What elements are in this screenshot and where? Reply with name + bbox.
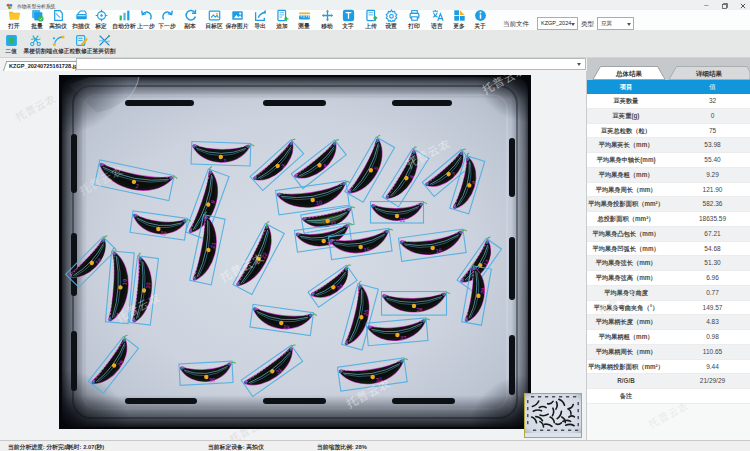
svg-text:10: 10	[315, 199, 322, 206]
svg-text:20: 20	[145, 282, 152, 289]
svg-text:13: 13	[160, 230, 167, 237]
svg-text:详细结果: 详细结果	[695, 70, 723, 78]
svg-text:19: 19	[121, 279, 128, 286]
svg-text:11: 11	[330, 220, 337, 227]
svg-text:28: 28	[479, 287, 486, 294]
svg-text:15: 15	[363, 246, 370, 253]
svg-text:1: 1	[223, 158, 226, 164]
svg-text:26: 26	[417, 307, 423, 313]
svg-text:12: 12	[400, 217, 406, 223]
svg-text:27: 27	[400, 335, 407, 342]
svg-text:21: 21	[209, 242, 216, 249]
svg-text:总体结果: 总体结果	[615, 70, 643, 78]
svg-text:23: 23	[283, 324, 290, 331]
svg-text:30: 30	[209, 377, 215, 383]
svg-text:16: 16	[435, 247, 442, 254]
